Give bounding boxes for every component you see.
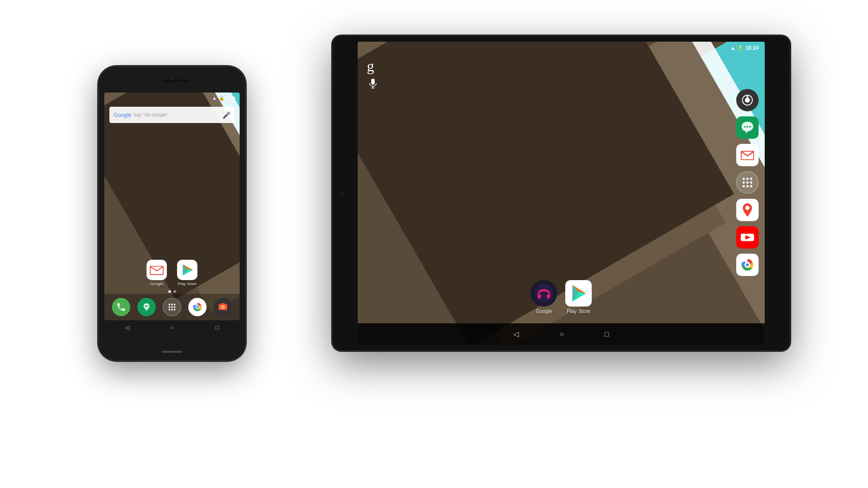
svg-point-48	[750, 178, 752, 180]
phone-screen: ▲ 🔒 6:59 Google Say "Ok Google" 🎤	[104, 93, 240, 334]
svg-point-43	[749, 126, 750, 128]
sidebar-apps-svg	[739, 174, 756, 191]
google-app-icon	[147, 260, 167, 280]
tablet-playstore-label: Play Store	[567, 309, 590, 314]
svg-point-50	[746, 181, 748, 184]
phone-dot-2	[173, 290, 176, 293]
svg-point-41	[744, 126, 745, 128]
sidebar-gmail-svg	[738, 146, 757, 164]
svg-point-53	[746, 185, 748, 187]
svg-point-12	[171, 303, 172, 305]
svg-point-46	[743, 178, 745, 180]
google-g-svg: g	[367, 58, 379, 74]
phone-google-text: Google	[113, 112, 131, 118]
tablet-playstore-icon	[565, 280, 592, 307]
sidebar-chrome-svg	[738, 256, 757, 274]
apps-svg	[167, 302, 177, 312]
sidebar-hangouts-app[interactable]	[736, 116, 759, 139]
phone-speaker	[163, 79, 189, 82]
sidebar-camera-app[interactable]	[736, 89, 759, 111]
svg-point-16	[173, 306, 175, 308]
svg-point-42	[746, 126, 748, 128]
sidebar-gmail-app[interactable]	[736, 144, 759, 166]
svg-point-14	[168, 306, 170, 308]
tablet-playstore-svg	[565, 280, 592, 307]
svg-text:g: g	[367, 58, 374, 74]
sidebar-maps-app[interactable]	[736, 199, 759, 221]
playstore-svg	[178, 261, 196, 279]
tablet-app-playstore[interactable]: Play Store	[565, 280, 592, 314]
gmail-svg	[148, 261, 166, 279]
phone-dock	[104, 294, 240, 320]
phone-page-dots	[104, 290, 240, 293]
tablet-home-apps: Google Play Store	[531, 280, 592, 314]
tablet-app-google[interactable]: Google	[531, 280, 557, 314]
svg-point-13	[173, 303, 175, 305]
svg-point-63	[746, 263, 749, 266]
phone-time: 6:59	[226, 96, 236, 101]
dock-camera-icon[interactable]	[214, 298, 232, 316]
sidebar-youtube-svg	[738, 228, 757, 247]
tablet-google-label: Google	[536, 309, 552, 314]
svg-point-25	[222, 306, 224, 308]
google-app-label: Google	[150, 282, 163, 286]
phone-status-bar: ▲ 🔒 6:59	[104, 93, 240, 104]
phone-back-btn[interactable]: ◁	[125, 324, 129, 331]
svg-point-19	[173, 309, 175, 310]
tablet-google-icon	[531, 280, 557, 307]
svg-point-51	[750, 181, 752, 184]
playstore-icon	[177, 260, 197, 280]
dock-hangouts-icon[interactable]	[137, 298, 156, 316]
phone-svg	[116, 302, 126, 312]
tablet-back-btn[interactable]: ◁	[513, 330, 519, 338]
sidebar-apps-app[interactable]	[736, 171, 759, 194]
hangouts-svg	[141, 302, 152, 312]
phone-app-google[interactable]: Google	[147, 260, 167, 286]
tablet-device: ▲ 🔋 10:24 g	[332, 36, 790, 351]
phone-dot-1	[168, 290, 171, 293]
chrome-svg	[192, 302, 202, 312]
tablet-mic-icon[interactable]	[368, 78, 378, 91]
phone-status-icons: ▲ 🔒 6:59	[212, 96, 236, 101]
dock-apps-icon[interactable]	[163, 298, 181, 316]
phone-home-indicator	[162, 351, 182, 353]
phone-nav-bar: ◁ ○ □	[104, 320, 240, 334]
phone-recents-btn[interactable]: □	[216, 324, 219, 330]
svg-point-18	[171, 309, 172, 310]
sidebar-chrome-app[interactable]	[736, 254, 759, 276]
tablet-nav-bar: ◁ ○ □	[358, 323, 765, 345]
tablet-status-bar: ▲ 🔋 10:24	[358, 42, 765, 54]
svg-point-17	[168, 309, 170, 310]
svg-point-9	[146, 306, 148, 307]
svg-point-8	[144, 306, 146, 307]
tablet-google-svg	[531, 280, 557, 307]
tablet-google-letter: g	[367, 58, 379, 78]
svg-point-15	[171, 306, 172, 308]
svg-point-52	[743, 185, 745, 187]
sidebar-maps-svg	[738, 201, 757, 219]
phone-search-bar[interactable]: Google Say "Ok Google" 🎤	[109, 107, 235, 123]
svg-point-47	[746, 178, 748, 180]
dock-chrome-icon[interactable]	[188, 298, 207, 316]
svg-point-56	[745, 206, 749, 210]
lock-icon: 🔒	[219, 96, 224, 101]
sidebar-youtube-app[interactable]	[736, 226, 759, 249]
phone-home-btn[interactable]: ○	[170, 324, 174, 330]
camera-svg	[218, 302, 228, 312]
tablet-home-btn[interactable]: ○	[560, 330, 564, 338]
svg-point-11	[168, 303, 170, 305]
tablet-sidebar	[730, 42, 765, 323]
svg-point-10	[147, 306, 149, 307]
phone-search-hint: Say "Ok Google"	[133, 112, 222, 117]
phone-device: ▲ 🔒 6:59 Google Say "Ok Google" 🎤	[98, 66, 246, 361]
scene: ▲ 🔒 6:59 Google Say "Ok Google" 🎤	[78, 25, 790, 463]
phone-apps-row: Google Play Store	[104, 260, 240, 286]
svg-point-49	[743, 181, 745, 184]
phone-app-playstore[interactable]: Play Store	[177, 260, 197, 286]
dock-phone-icon[interactable]	[112, 298, 130, 316]
tablet-camera	[341, 191, 345, 195]
tablet-recents-btn[interactable]: □	[605, 330, 609, 338]
svg-point-54	[750, 185, 752, 187]
sidebar-hangouts-svg	[738, 118, 757, 137]
phone-mic-icon[interactable]: 🎤	[222, 111, 230, 119]
